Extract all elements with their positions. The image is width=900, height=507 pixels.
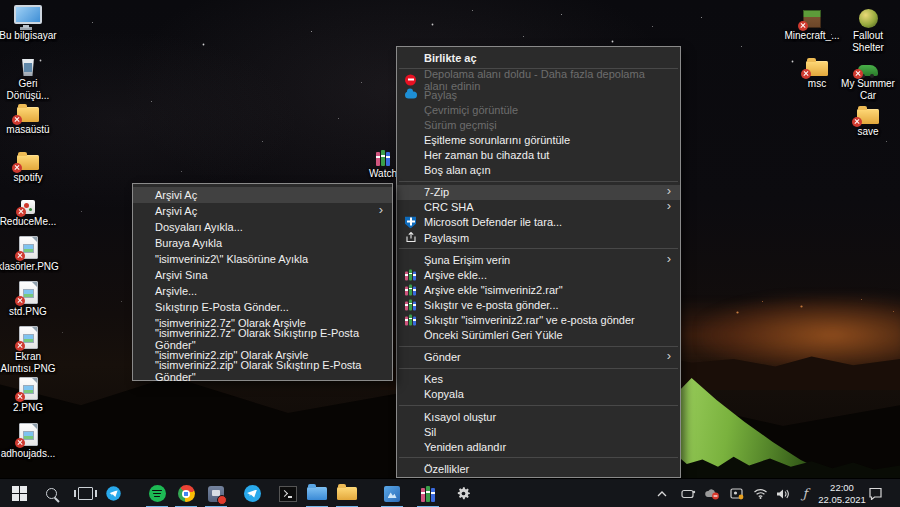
winrar-icon xyxy=(421,486,435,502)
menu-item-compress-and-email[interactable]: Sıkıştır ve e-posta gönder... xyxy=(397,297,680,312)
menu-item-compress-named-and-email[interactable]: Sıkıştır "isimveriniz2.rar" ve e-posta g… xyxy=(397,313,680,328)
menu-item-create-shortcut[interactable]: Kısayol oluştur xyxy=(397,409,680,424)
submenu-item-extract-to-folder[interactable]: "isimveriniz2\" Klasörüne Ayıkla xyxy=(133,251,392,267)
menu-item-delete[interactable]: Sil xyxy=(397,424,680,439)
submenu-item-archive[interactable]: Arşivle... xyxy=(133,283,392,299)
desktop-icon-klasorler-png[interactable]: klasörler.PNG xyxy=(0,233,59,273)
submenu-item-zip-compress-email[interactable]: "isimveriniz2.zip" Olarak Sıkıştırıp E-P… xyxy=(133,363,392,379)
menu-item-storage-full: Depolama alanı doldu - Daha fazla depola… xyxy=(397,72,680,87)
tray-onedrive-error[interactable] xyxy=(701,479,723,507)
desktop-icon-spotify[interactable]: spotify xyxy=(0,144,59,184)
sync-error-badge-icon xyxy=(801,69,811,79)
menu-item-open-with[interactable]: Birlikte aç xyxy=(397,50,680,65)
search-icon xyxy=(46,488,57,499)
chevron-right-icon: › xyxy=(667,185,671,198)
menu-item-share-onedrive: Paylaş xyxy=(397,87,680,102)
task-view-button[interactable] xyxy=(71,479,99,507)
menu-item-view-online: Çevrimiçi görüntüle xyxy=(397,102,680,117)
recycle-bin-icon xyxy=(21,59,35,76)
taskbar-winrar[interactable] xyxy=(414,479,442,507)
submenu-item-extract-here[interactable]: Buraya Ayıkla xyxy=(133,235,392,251)
clock-date: 22.05.2021 xyxy=(818,494,866,506)
desktop-icon-fallout-shelter[interactable]: Fallout Shelter xyxy=(837,2,899,53)
menu-item-add-to-archive[interactable]: Arşive ekle... xyxy=(397,267,680,282)
desktop-icon-this-pc[interactable]: Bu bilgisayar xyxy=(0,2,59,42)
taskbar-settings[interactable] xyxy=(449,479,477,507)
onedrive-cloud-icon xyxy=(404,88,417,101)
image-file-icon xyxy=(19,423,38,446)
defender-shield-icon xyxy=(404,216,417,229)
tray-device[interactable] xyxy=(677,479,699,507)
search-button[interactable] xyxy=(37,479,65,507)
sync-error-badge-icon xyxy=(15,341,25,351)
menu-item-restore-previous-versions[interactable]: Önceki Sürümleri Geri Yükle xyxy=(397,328,680,343)
menu-separator xyxy=(399,368,678,369)
storage-full-icon xyxy=(404,73,417,86)
desktop-icon-ekran-alintisi-png[interactable]: Ekran Alıntısı.PNG xyxy=(0,323,59,374)
taskbar-file-explorer[interactable] xyxy=(333,479,361,507)
tray-clock[interactable]: 22:00 22.05.2021 xyxy=(816,479,868,507)
submenu-item-open-archive[interactable]: Arşivi Aç xyxy=(133,187,392,203)
onedrive-error-icon xyxy=(704,488,720,500)
rar-archive-icon xyxy=(376,150,390,166)
menu-item-copy[interactable]: Kopyala xyxy=(397,387,680,402)
tray-meet-now[interactable] xyxy=(726,479,748,507)
submenu-item-test-archive[interactable]: Arşivi Sına xyxy=(133,267,392,283)
minecraft-icon xyxy=(803,10,821,28)
submenu-item-compress-email[interactable]: Sıkıştırıp E-Posta Gönder... xyxy=(133,299,392,315)
file-explorer-icon xyxy=(337,487,357,500)
image-file-icon xyxy=(19,236,38,259)
sync-error-badge-icon xyxy=(12,115,22,125)
menu-item-always-keep-on-device[interactable]: Her zaman bu cihazda tut xyxy=(397,148,680,163)
chevron-right-icon: › xyxy=(667,350,671,363)
winrar-icon xyxy=(404,283,417,296)
desktop-icon-save[interactable]: save xyxy=(837,98,899,138)
submenu-item-7z-compress-email[interactable]: "isimveriniz2.7z" Olarak Sıkıştırıp E-Po… xyxy=(133,331,392,347)
desktop-icon-std-png[interactable]: std.PNG xyxy=(0,278,59,318)
menu-item-rename[interactable]: Yeniden adlandır xyxy=(397,439,680,454)
desktop-screen: Bu bilgisayar Geri Dönüşü... masaüstü sp… xyxy=(0,0,900,507)
menu-item-defender-scan[interactable]: Microsoft Defender ile tara... xyxy=(397,215,680,230)
fallout-shelter-icon xyxy=(859,9,878,28)
menu-item-send-to[interactable]: Gönder › xyxy=(397,350,680,365)
taskbar-command-prompt[interactable] xyxy=(274,479,302,507)
sync-error-badge-icon xyxy=(15,392,25,402)
menu-item-add-to-archive-named[interactable]: Arşive ekle "isimveriniz2.rar" xyxy=(397,282,680,297)
tray-wifi[interactable] xyxy=(749,479,771,507)
start-button[interactable] xyxy=(5,479,33,507)
submenu-item-open-archive-with[interactable]: Arşivi Aç › xyxy=(133,203,392,219)
folder-icon xyxy=(17,155,39,170)
desktop-icon-reduceme[interactable]: ReduceMe... xyxy=(0,188,59,228)
menu-item-version-history: Sürüm geçmişi xyxy=(397,117,680,132)
tray-show-hidden-icons[interactable] xyxy=(651,479,673,507)
menu-item-give-access[interactable]: Şuna Erişim verin › xyxy=(397,252,680,267)
menu-item-7zip[interactable]: 7-Zip › xyxy=(397,185,680,200)
desktop-icon-minecraft[interactable]: Minecraft_... xyxy=(781,2,843,42)
desktop-icon-masaustu[interactable]: masaüstü xyxy=(0,96,59,136)
taskbar-telegram[interactable] xyxy=(99,479,127,507)
sync-error-badge-icon xyxy=(853,69,863,79)
action-center-icon xyxy=(868,487,883,500)
tray-volume[interactable] xyxy=(772,479,794,507)
menu-item-free-up-space[interactable]: Boş alan açın xyxy=(397,163,680,178)
taskbar-folder-blue[interactable] xyxy=(303,479,331,507)
tray-lightshot[interactable]: ƒ xyxy=(794,479,816,507)
submenu-item-extract-files[interactable]: Dosyaları Ayıkla... xyxy=(133,219,392,235)
desktop-icon-recycle-bin[interactable]: Geri Dönüşü... xyxy=(0,50,59,101)
menu-item-properties[interactable]: Özellikler xyxy=(397,461,680,476)
action-center-button[interactable] xyxy=(864,479,886,507)
taskbar-telegram-2[interactable] xyxy=(238,479,266,507)
taskbar-spotify[interactable] xyxy=(143,479,171,507)
menu-item-share[interactable]: Paylaşım xyxy=(397,230,680,245)
menu-item-sync-problems[interactable]: Eşitleme sorunlarını görüntüle xyxy=(397,132,680,147)
desktop-icon-adhoujads[interactable]: adhoujads... xyxy=(0,420,59,460)
taskbar-photos[interactable] xyxy=(378,479,406,507)
taskbar-app-with-notification[interactable] xyxy=(202,479,230,507)
menu-item-cut[interactable]: Kes xyxy=(397,372,680,387)
image-file-icon xyxy=(19,281,38,304)
menu-item-crc-sha[interactable]: CRC SHA › xyxy=(397,200,680,215)
desktop-icon-2-png[interactable]: 2.PNG xyxy=(0,374,59,414)
desktop-icon-my-summer-car[interactable]: My Summer Car xyxy=(837,50,899,101)
photos-icon xyxy=(384,486,400,502)
taskbar-chrome[interactable] xyxy=(172,479,200,507)
